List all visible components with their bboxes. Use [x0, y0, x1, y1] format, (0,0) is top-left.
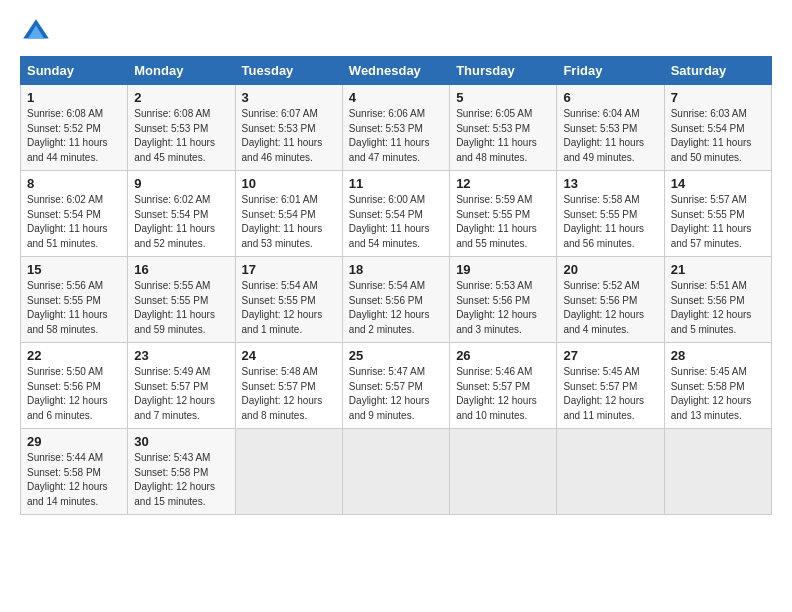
day-number: 13 [563, 176, 657, 191]
day-number: 12 [456, 176, 550, 191]
calendar-cell: 30Sunrise: 5:43 AMSunset: 5:58 PMDayligh… [128, 429, 235, 515]
calendar-cell: 2Sunrise: 6:08 AMSunset: 5:53 PMDaylight… [128, 85, 235, 171]
day-number: 4 [349, 90, 443, 105]
day-number: 8 [27, 176, 121, 191]
calendar-cell: 20Sunrise: 5:52 AMSunset: 5:56 PMDayligh… [557, 257, 664, 343]
day-number: 9 [134, 176, 228, 191]
calendar-cell: 4Sunrise: 6:06 AMSunset: 5:53 PMDaylight… [342, 85, 449, 171]
day-number: 22 [27, 348, 121, 363]
day-number: 29 [27, 434, 121, 449]
day-number: 1 [27, 90, 121, 105]
day-number: 5 [456, 90, 550, 105]
calendar-week-4: 22Sunrise: 5:50 AMSunset: 5:56 PMDayligh… [21, 343, 772, 429]
calendar-cell: 26Sunrise: 5:46 AMSunset: 5:57 PMDayligh… [450, 343, 557, 429]
day-info: Sunrise: 5:57 AMSunset: 5:55 PMDaylight:… [671, 193, 765, 251]
page-header [20, 16, 772, 48]
day-number: 20 [563, 262, 657, 277]
calendar-cell: 27Sunrise: 5:45 AMSunset: 5:57 PMDayligh… [557, 343, 664, 429]
calendar-cell: 15Sunrise: 5:56 AMSunset: 5:55 PMDayligh… [21, 257, 128, 343]
day-info: Sunrise: 6:04 AMSunset: 5:53 PMDaylight:… [563, 107, 657, 165]
day-number: 14 [671, 176, 765, 191]
day-number: 3 [242, 90, 336, 105]
calendar-cell [664, 429, 771, 515]
day-info: Sunrise: 5:59 AMSunset: 5:55 PMDaylight:… [456, 193, 550, 251]
day-number: 26 [456, 348, 550, 363]
calendar-table: SundayMondayTuesdayWednesdayThursdayFrid… [20, 56, 772, 515]
day-info: Sunrise: 5:54 AMSunset: 5:56 PMDaylight:… [349, 279, 443, 337]
day-info: Sunrise: 5:53 AMSunset: 5:56 PMDaylight:… [456, 279, 550, 337]
day-number: 17 [242, 262, 336, 277]
calendar-cell: 14Sunrise: 5:57 AMSunset: 5:55 PMDayligh… [664, 171, 771, 257]
calendar-header-row: SundayMondayTuesdayWednesdayThursdayFrid… [21, 57, 772, 85]
day-number: 2 [134, 90, 228, 105]
day-info: Sunrise: 6:07 AMSunset: 5:53 PMDaylight:… [242, 107, 336, 165]
calendar-cell: 19Sunrise: 5:53 AMSunset: 5:56 PMDayligh… [450, 257, 557, 343]
calendar-cell: 17Sunrise: 5:54 AMSunset: 5:55 PMDayligh… [235, 257, 342, 343]
day-info: Sunrise: 5:49 AMSunset: 5:57 PMDaylight:… [134, 365, 228, 423]
calendar-cell: 1Sunrise: 6:08 AMSunset: 5:52 PMDaylight… [21, 85, 128, 171]
day-number: 16 [134, 262, 228, 277]
day-info: Sunrise: 5:54 AMSunset: 5:55 PMDaylight:… [242, 279, 336, 337]
calendar-cell: 22Sunrise: 5:50 AMSunset: 5:56 PMDayligh… [21, 343, 128, 429]
day-info: Sunrise: 5:51 AMSunset: 5:56 PMDaylight:… [671, 279, 765, 337]
day-number: 24 [242, 348, 336, 363]
calendar-cell: 29Sunrise: 5:44 AMSunset: 5:58 PMDayligh… [21, 429, 128, 515]
day-info: Sunrise: 5:44 AMSunset: 5:58 PMDaylight:… [27, 451, 121, 509]
day-info: Sunrise: 5:56 AMSunset: 5:55 PMDaylight:… [27, 279, 121, 337]
day-info: Sunrise: 5:47 AMSunset: 5:57 PMDaylight:… [349, 365, 443, 423]
col-header-tuesday: Tuesday [235, 57, 342, 85]
calendar-cell [557, 429, 664, 515]
calendar-week-2: 8Sunrise: 6:02 AMSunset: 5:54 PMDaylight… [21, 171, 772, 257]
calendar-cell: 16Sunrise: 5:55 AMSunset: 5:55 PMDayligh… [128, 257, 235, 343]
calendar-cell: 8Sunrise: 6:02 AMSunset: 5:54 PMDaylight… [21, 171, 128, 257]
calendar-cell: 7Sunrise: 6:03 AMSunset: 5:54 PMDaylight… [664, 85, 771, 171]
day-info: Sunrise: 5:52 AMSunset: 5:56 PMDaylight:… [563, 279, 657, 337]
day-info: Sunrise: 6:05 AMSunset: 5:53 PMDaylight:… [456, 107, 550, 165]
col-header-friday: Friday [557, 57, 664, 85]
day-info: Sunrise: 6:06 AMSunset: 5:53 PMDaylight:… [349, 107, 443, 165]
calendar-cell: 25Sunrise: 5:47 AMSunset: 5:57 PMDayligh… [342, 343, 449, 429]
day-number: 19 [456, 262, 550, 277]
calendar-cell: 24Sunrise: 5:48 AMSunset: 5:57 PMDayligh… [235, 343, 342, 429]
day-info: Sunrise: 5:48 AMSunset: 5:57 PMDaylight:… [242, 365, 336, 423]
calendar-cell: 28Sunrise: 5:45 AMSunset: 5:58 PMDayligh… [664, 343, 771, 429]
col-header-sunday: Sunday [21, 57, 128, 85]
calendar-cell [342, 429, 449, 515]
day-number: 28 [671, 348, 765, 363]
col-header-thursday: Thursday [450, 57, 557, 85]
calendar-cell: 23Sunrise: 5:49 AMSunset: 5:57 PMDayligh… [128, 343, 235, 429]
col-header-wednesday: Wednesday [342, 57, 449, 85]
day-number: 23 [134, 348, 228, 363]
day-info: Sunrise: 5:55 AMSunset: 5:55 PMDaylight:… [134, 279, 228, 337]
col-header-saturday: Saturday [664, 57, 771, 85]
day-info: Sunrise: 6:03 AMSunset: 5:54 PMDaylight:… [671, 107, 765, 165]
day-info: Sunrise: 6:08 AMSunset: 5:52 PMDaylight:… [27, 107, 121, 165]
logo [20, 16, 56, 48]
calendar-cell [235, 429, 342, 515]
calendar-cell: 13Sunrise: 5:58 AMSunset: 5:55 PMDayligh… [557, 171, 664, 257]
day-number: 7 [671, 90, 765, 105]
day-number: 10 [242, 176, 336, 191]
day-info: Sunrise: 6:02 AMSunset: 5:54 PMDaylight:… [134, 193, 228, 251]
day-info: Sunrise: 5:58 AMSunset: 5:55 PMDaylight:… [563, 193, 657, 251]
calendar-cell: 9Sunrise: 6:02 AMSunset: 5:54 PMDaylight… [128, 171, 235, 257]
day-number: 27 [563, 348, 657, 363]
day-info: Sunrise: 5:46 AMSunset: 5:57 PMDaylight:… [456, 365, 550, 423]
calendar-cell: 18Sunrise: 5:54 AMSunset: 5:56 PMDayligh… [342, 257, 449, 343]
calendar-week-1: 1Sunrise: 6:08 AMSunset: 5:52 PMDaylight… [21, 85, 772, 171]
day-info: Sunrise: 6:01 AMSunset: 5:54 PMDaylight:… [242, 193, 336, 251]
col-header-monday: Monday [128, 57, 235, 85]
day-info: Sunrise: 5:43 AMSunset: 5:58 PMDaylight:… [134, 451, 228, 509]
logo-icon [20, 16, 52, 48]
day-info: Sunrise: 6:02 AMSunset: 5:54 PMDaylight:… [27, 193, 121, 251]
calendar-cell: 12Sunrise: 5:59 AMSunset: 5:55 PMDayligh… [450, 171, 557, 257]
calendar-cell: 6Sunrise: 6:04 AMSunset: 5:53 PMDaylight… [557, 85, 664, 171]
day-info: Sunrise: 5:45 AMSunset: 5:57 PMDaylight:… [563, 365, 657, 423]
calendar-week-5: 29Sunrise: 5:44 AMSunset: 5:58 PMDayligh… [21, 429, 772, 515]
day-info: Sunrise: 6:08 AMSunset: 5:53 PMDaylight:… [134, 107, 228, 165]
calendar-cell: 5Sunrise: 6:05 AMSunset: 5:53 PMDaylight… [450, 85, 557, 171]
calendar-cell: 10Sunrise: 6:01 AMSunset: 5:54 PMDayligh… [235, 171, 342, 257]
day-number: 15 [27, 262, 121, 277]
day-number: 25 [349, 348, 443, 363]
calendar-cell: 21Sunrise: 5:51 AMSunset: 5:56 PMDayligh… [664, 257, 771, 343]
